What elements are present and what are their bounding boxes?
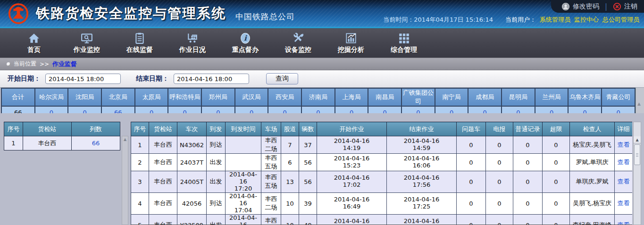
nav-item-daily-status[interactable]: 作业日况 (166, 32, 219, 54)
column-header: 货检站 (23, 122, 72, 136)
column-header: 车次 (177, 122, 207, 136)
info-icon: i (239, 32, 251, 44)
home-icon (28, 32, 40, 44)
nav-item-mining-analysis[interactable]: 挖掘分析 (325, 32, 377, 54)
column-header: 辆数 (299, 122, 317, 136)
station-row[interactable]: 1丰台西66 (4, 136, 120, 150)
start-date-input[interactable] (45, 74, 121, 84)
nav-item-key-supervision[interactable]: i 重点督办 (219, 32, 272, 54)
jobs-scrollbar[interactable]: ▲ (633, 122, 641, 225)
change-password-button[interactable]: 修改密码 (561, 2, 599, 11)
cell-yard: 丰西五场 (261, 214, 281, 225)
cell-station: 丰台西 (149, 154, 177, 171)
status-line: 当前时间：2014年04月17日 15:16:14 当前用户： 系统管理员 监控… (383, 16, 639, 24)
breadcrumb: 当前位置 >> 作业监督 (0, 58, 644, 70)
summary-column-header: 青藏公司 (602, 88, 635, 106)
cell-telegram: 0 (486, 136, 513, 154)
cell-arr-dep-time: 2014-04-16 17:20 (226, 171, 261, 193)
app-window: 铁路货检安全监控与管理系统 中国铁路总公司 修改密码 | 注销 (0, 0, 644, 225)
nav-item-home[interactable]: 首页 (8, 32, 60, 54)
cell-arr-dep-time: 2014-04-16 17:04 (226, 192, 261, 214)
cell-problem-cars: 0 (457, 192, 486, 214)
view-detail-link[interactable]: 查看 (618, 221, 630, 225)
cell-inspectors: 杨宝庆,吴朋飞 (570, 136, 615, 154)
column-header: 到发时间 (226, 122, 261, 136)
nav-item-equipment-monitor[interactable]: 设备监控 (272, 32, 325, 54)
column-header: 股道 (281, 122, 299, 136)
cell-seq: 2 (131, 154, 149, 171)
app-header: 铁路货检安全监控与管理系统 中国铁路总公司 修改密码 | 注销 (0, 0, 644, 27)
cell-normal-records: 0 (513, 136, 543, 154)
breadcrumb-current[interactable]: 作业监督 (52, 60, 77, 68)
logout-button[interactable]: 注销 (613, 2, 637, 11)
summary-header-row: 合计哈尔滨局沈阳局北京局太原局呼和浩特局郑州局武汉局西安局济南局上海局南昌局广铁… (1, 88, 635, 106)
summary-column-header: 广铁集团公司 (401, 88, 435, 106)
cell-normal-records: 0 (513, 154, 543, 171)
cell-yard: 丰西五场 (261, 171, 281, 193)
user-role-link[interactable]: 系统管理员 (540, 16, 570, 24)
cell-detail: 查看 (615, 214, 633, 225)
cargo-cart-icon (186, 32, 199, 44)
column-header: 详细 (615, 122, 633, 136)
summary-column-header: 昆明局 (502, 88, 535, 106)
main-nav: 首页 作业监控 在线监督 作业日况 (0, 28, 644, 58)
table-row[interactable]: 1丰台西N43062到达丰西二场7372014-04-16 14:192014-… (131, 136, 633, 154)
bullet-icon (7, 62, 10, 66)
summary-column-header: 南昌局 (368, 88, 401, 106)
cell-arr-dep-time (226, 136, 261, 154)
user-org-link[interactable]: 总公司管理员 (602, 16, 639, 24)
nav-item-comprehensive-mgmt[interactable]: 综合管理 (377, 32, 430, 54)
jobs-header-row: 序号货检站车次到发到发时间车场股道辆数开始作业结束作业问题车电报普通记录超限检查… (131, 122, 633, 136)
cell-station: 丰台西 (149, 171, 177, 193)
cell-problem-cars: 0 (457, 154, 486, 171)
table-row[interactable]: 5丰台西Y23509出发2014-04-16 17:00丰西五场10492014… (131, 214, 633, 225)
summary-column-header: 成都局 (468, 88, 502, 106)
column-header: 列数 (72, 122, 120, 136)
cell-seq: 4 (131, 192, 149, 214)
nav-item-job-monitor[interactable]: 作业监控 (60, 32, 113, 54)
station-body: 1丰台西66 (4, 136, 120, 150)
column-header: 普通记录 (513, 122, 543, 136)
view-detail-link[interactable]: 查看 (618, 200, 630, 207)
table-row[interactable]: 2丰台西24037T出发丰西五场6562014-04-16 15:232014-… (131, 154, 633, 171)
summary-column-header: 济南局 (301, 88, 335, 106)
cell-station: 丰台西 (149, 136, 177, 154)
summary-column-header: 郑州局 (201, 88, 235, 106)
nav-item-online-supervision[interactable]: 在线监督 (113, 32, 166, 54)
breadcrumb-separator: >> (40, 61, 49, 67)
cell-over-limit: 0 (543, 154, 570, 171)
end-date-input[interactable] (174, 74, 249, 84)
table-row[interactable]: 3丰台西24005T出发2014-04-16 17:20丰西五场13562014… (131, 171, 633, 193)
cell-train-no: 24037T (177, 154, 207, 171)
column-header: 问题车 (457, 122, 486, 136)
column-header: 序号 (4, 122, 23, 136)
cell-normal-records: 0 (513, 171, 543, 193)
view-detail-link[interactable]: 查看 (618, 158, 630, 166)
cell-arr-dep: 到达 (207, 136, 226, 154)
cell-seq: 5 (131, 214, 149, 225)
station-cell: 1 (4, 136, 23, 150)
scrollbar-thumb[interactable] (634, 144, 640, 165)
content-area: 序号货检站列数 1丰台西66 ▲ 序号货检站车次到发到发时间车场股道辆数开始作业… (0, 113, 644, 225)
cell-car-count: 56 (299, 154, 317, 171)
cell-arr-dep-time (226, 154, 261, 171)
query-button[interactable]: 查询 (266, 73, 298, 84)
scroll-up-icon: ▲ (122, 137, 128, 142)
station-scrollbar[interactable]: ▲ (122, 136, 128, 225)
summary-column-header: 北京局 (101, 88, 135, 106)
table-row[interactable]: 4丰台西42056到达2014-04-16 17:04丰西二场10392014-… (131, 192, 633, 214)
cell-telegram: 0 (486, 192, 513, 214)
user-center-link[interactable]: 监控中心 (574, 16, 599, 24)
current-user-label: 当前用户： (505, 16, 536, 24)
cell-detail: 查看 (615, 154, 633, 171)
filter-bar: 开始日期： 结束日期： 查询 (0, 70, 644, 88)
view-detail-link[interactable]: 查看 (618, 178, 630, 185)
cell-station: 丰台西 (149, 192, 177, 214)
view-detail-link[interactable]: 查看 (618, 141, 630, 148)
cell-track: 10 (281, 214, 299, 225)
grid-icon (398, 32, 410, 44)
cell-end-work: 2014-04-16 14:59 (387, 136, 457, 154)
cell-arr-dep-time: 2014-04-16 17:00 (226, 214, 261, 225)
summary-scrollbar[interactable]: ▲ (636, 88, 644, 113)
column-header: 序号 (131, 122, 149, 136)
